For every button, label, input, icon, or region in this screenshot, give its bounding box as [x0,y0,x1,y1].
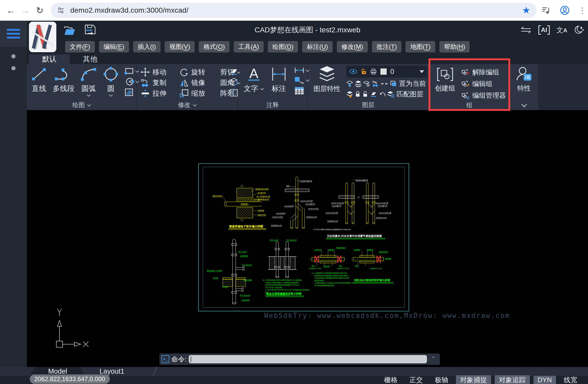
panel-caption-layer[interactable]: 图层 [308,100,429,110]
lock-icon[interactable] [355,91,361,98]
layers-icon [318,66,336,83]
menu-item-11[interactable]: 帮助(H) [439,41,470,52]
svg-text:3. 管材接口做法详见国标图集S312。: 3. 管材接口做法详见国标图集S312。 [265,294,291,296]
array-button[interactable]: 阵列 [218,89,228,98]
create-group-button[interactable]: 创建组 [435,67,455,93]
rotate-button[interactable]: 旋转 [179,67,218,77]
menu-item-4[interactable]: 格式(O) [199,41,230,52]
command-input[interactable] [189,355,427,363]
profile-icon[interactable] [560,5,570,15]
left-sidebar [0,21,27,367]
set-current-label[interactable]: 置为当前 [399,79,426,88]
line-button[interactable]: 直线 [30,66,48,94]
status-toggle-0[interactable]: 栅格 [380,375,402,384]
layer-unlock-icon [361,68,366,75]
forward-icon[interactable]: → [18,5,33,16]
layer-copy-icon[interactable] [372,80,379,87]
ribbon-collapse-button[interactable] [510,100,538,110]
select-rect-icon[interactable] [229,88,239,97]
panel-caption-group[interactable]: 组 [429,100,509,110]
undo-icon[interactable] [379,91,386,97]
arc-button[interactable]: 圆弧 [80,66,98,97]
address-bar[interactable]: demo2.mxdraw3d.com:3000/mxcad/ ★ [51,3,537,18]
command-history-expand-icon[interactable]: ˆ [429,356,438,363]
menu-item-10[interactable]: 地图(T) [406,41,435,52]
menu-item-0[interactable]: 文件(F) [65,41,95,52]
ribbon-tab-1[interactable]: 其他 [70,54,111,64]
stretch-button[interactable]: 拉伸 [141,89,179,98]
menu-item-9[interactable]: 批注(T) [372,41,402,52]
reload-icon[interactable]: ↻ [33,5,47,16]
text-button[interactable]: A 文字 [244,66,264,94]
site-settings-icon[interactable] [57,6,65,14]
status-toggle-3[interactable]: 对象捕捉 [456,375,491,384]
menu-item-5[interactable]: 工具(A) [234,41,264,52]
url-text[interactable]: demo2.mxdraw3d.com:3000/mxcad/ [70,6,188,14]
layer-isolate-icon[interactable] [346,80,353,87]
browser-menu-icon[interactable]: ⋮ [578,6,586,15]
arc-dropdown-icon[interactable] [87,94,90,97]
circle-button[interactable]: 圆 [103,66,119,97]
status-toggle-5[interactable]: DYN [533,376,556,384]
edit-group-button[interactable]: 编辑组 [461,79,506,88]
hamburger-menu-icon[interactable] [7,27,20,41]
translate-icon[interactable]: 文A [556,26,567,35]
watermark: WebSdkTry: www.webcadsdk.com,MxDrow: www… [264,312,510,319]
fillet-button[interactable]: 圆角 [218,78,228,87]
polyline-button[interactable]: 多线段 [53,66,74,94]
sidebar-dot[interactable] [11,66,16,70]
layer-merge-icon[interactable] [380,81,388,87]
trim-button[interactable]: 剪切 [218,67,228,77]
svg-text:阀 门: 阀 门 [339,265,343,267]
menu-item-3[interactable]: 视图(V) [165,41,195,52]
layer-stack-icon[interactable] [355,80,362,87]
ai-icon[interactable]: AI [538,26,550,34]
menu-item-1[interactable]: 编辑(E) [99,41,129,52]
status-toggle-6[interactable]: 线宽 [560,375,581,384]
back-icon[interactable]: ← [4,5,18,16]
status-toggle-2[interactable]: 极轴 [431,375,452,384]
menu-item-2[interactable]: 插入(I) [133,41,161,52]
layer-settings-icon[interactable] [363,80,370,87]
ribbon-tab-0[interactable]: 默认 [29,54,70,64]
copy-button[interactable]: 复制 [141,78,179,87]
svg-text:(距墙面不大于100): (距墙面不大于100) [309,268,321,270]
group-manager-button[interactable]: 编组管理器 [461,91,506,100]
dim-linear-button[interactable] [294,67,309,74]
panel-caption-draw[interactable]: 绘图 [27,100,136,110]
menu-item-6[interactable]: 绘图(D) [268,41,298,52]
svg-text:(距墙面不大于100): (距墙面不大于100) [337,268,349,270]
layer-erase-icon[interactable] [370,91,377,98]
panel-caption-annotate[interactable]: 注释 [238,100,307,110]
unlock-icon[interactable] [362,91,368,98]
leader-button[interactable] [294,76,309,84]
app-logo[interactable] [29,22,56,52]
svg-text:防水胶泥: 防水胶泥 [241,203,248,205]
menu-item-7[interactable]: 标注(U) [302,41,332,52]
layer-properties-button[interactable]: 图层特性 [311,66,343,93]
text-dropdown-icon[interactable] [260,87,264,90]
panel-caption-modify[interactable]: 修改 [137,100,238,110]
ungroup-button[interactable]: 解除编组 [461,68,506,77]
sidebar-dot[interactable] [11,54,16,58]
dimension-button[interactable]: 标注 [271,66,287,94]
bookmark-star-icon[interactable]: ★ [522,5,530,16]
mirror-button[interactable]: 镜像 [179,78,218,87]
status-toggle-4[interactable]: 对象追踪 [495,375,530,384]
scale-button[interactable]: 缩放 [179,89,218,98]
layer-dropdown[interactable]: 0 [346,66,427,78]
circle-dropdown-icon[interactable] [109,94,113,97]
properties-button[interactable]: 特性 [516,66,532,93]
layer-freeze-icon[interactable] [346,91,353,98]
ucs-icon: Y X [47,306,90,349]
match-layer-label[interactable]: 匹配图层 [396,90,423,99]
status-toggle-1[interactable]: 正交 [405,375,427,384]
dark-mode-icon[interactable] [574,25,584,35]
media-control-icon[interactable] [542,6,551,14]
swap-arrows-icon[interactable] [520,26,532,34]
table-button[interactable] [294,86,309,95]
panel-group: 创建组 解除编组 编辑组 [429,64,510,110]
drawing-canvas[interactable]: 接室外检查井预埋刚性防水套管排水横干管RK-I型柔性抗震球墨铸铁排水管防水胶泥水… [27,110,588,367]
move-button[interactable]: 移动 [141,67,179,77]
menu-item-8[interactable]: 修改(M) [337,41,368,52]
